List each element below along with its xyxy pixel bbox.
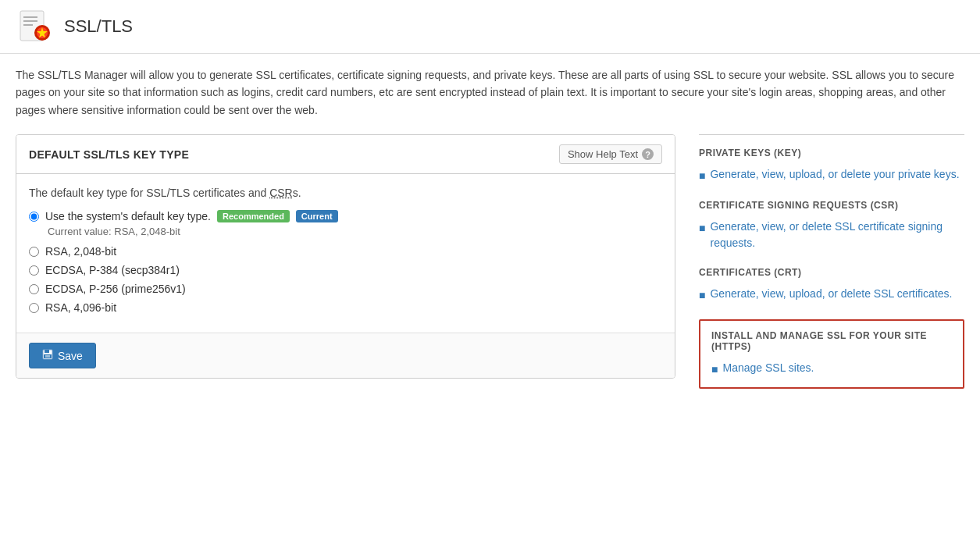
key-type-description: The default key type for SSL/TLS certifi… (29, 187, 662, 199)
radio-rsa-2048[interactable] (29, 247, 39, 257)
save-button[interactable]: Save (29, 343, 96, 368)
label-rsa-2048[interactable]: RSA, 2,048-bit (45, 245, 116, 258)
badge-current: Current (296, 210, 338, 222)
page-description: The SSL/TLS Manager will allow you to ge… (16, 66, 964, 119)
link-private-keys[interactable]: ■ Generate, view, upload, or delete your… (699, 166, 964, 184)
sidebar-section-csr: CERTIFICATE SIGNING REQUESTS (CSR) ■ Gen… (699, 200, 964, 251)
option-ecdsa-256: ECDSA, P-256 (prime256v1) (29, 283, 662, 295)
right-sidebar: PRIVATE KEYS (KEY) ■ Generate, view, upl… (699, 134, 964, 389)
content-area: The SSL/TLS Manager will allow you to ge… (0, 66, 980, 404)
document-icon-install-manage: ■ (711, 361, 718, 378)
card-footer: Save (16, 333, 675, 378)
document-icon-csr: ■ (699, 220, 705, 237)
section-title-private-keys: PRIVATE KEYS (KEY) (699, 148, 964, 158)
sidebar-section-certificates: CERTIFICATES (CRT) ■ Generate, view, upl… (699, 267, 964, 304)
save-label: Save (58, 350, 83, 362)
radio-system-default[interactable] (29, 212, 39, 222)
card-header: DEFAULT SSL/TLS KEY TYPE Show Help Text … (16, 135, 675, 174)
ssl-key-type-card: DEFAULT SSL/TLS KEY TYPE Show Help Text … (16, 134, 675, 379)
link-text-install-manage: Manage SSL sites. (722, 360, 814, 376)
question-circle-icon: ? (642, 148, 654, 160)
label-system-default[interactable]: Use the system's default key type. (45, 210, 211, 222)
csr-abbr: CSR (269, 187, 293, 199)
svg-rect-9 (45, 350, 49, 353)
document-icon-certificates: ■ (699, 287, 705, 304)
current-value-text: Current value: RSA, 2,048-bit (48, 226, 662, 237)
ssl-tls-icon (16, 8, 53, 45)
radio-ecdsa-384[interactable] (29, 265, 39, 276)
option-rsa-2048: RSA, 2,048-bit (29, 245, 662, 258)
badge-recommended: Recommended (217, 210, 290, 222)
option-system-default: Use the system's default key type. Recom… (29, 210, 662, 222)
option-rsa-4096: RSA, 4,096-bit (29, 301, 662, 314)
radio-ecdsa-256[interactable] (29, 284, 39, 294)
show-help-label: Show Help Text (568, 148, 638, 160)
link-install-manage[interactable]: ■ Manage SSL sites. (711, 360, 952, 378)
label-rsa-4096[interactable]: RSA, 4,096-bit (45, 301, 116, 314)
card-title: DEFAULT SSL/TLS KEY TYPE (29, 148, 189, 161)
floppy-disk-icon (42, 349, 53, 362)
sidebar-section-install-manage: INSTALL AND MANAGE SSL FOR YOUR SITE (HT… (699, 319, 964, 389)
sidebar-divider (699, 134, 964, 135)
link-certificates[interactable]: ■ Generate, view, upload, or delete SSL … (699, 286, 964, 304)
option-ecdsa-384: ECDSA, P-384 (secp384r1) (29, 264, 662, 276)
link-text-private-keys: Generate, view, upload, or delete your p… (710, 166, 959, 183)
section-title-install-manage: INSTALL AND MANAGE SSL FOR YOUR SITE (HT… (711, 330, 952, 352)
page-title: SSL/TLS (64, 16, 133, 37)
link-csr[interactable]: ■ Generate, view, or delete SSL certific… (699, 219, 964, 251)
svg-rect-11 (45, 355, 50, 358)
left-panel: DEFAULT SSL/TLS KEY TYPE Show Help Text … (16, 134, 675, 379)
main-layout: DEFAULT SSL/TLS KEY TYPE Show Help Text … (16, 134, 964, 389)
link-text-certificates: Generate, view, upload, or delete SSL ce… (710, 286, 952, 302)
sidebar-section-private-keys: PRIVATE KEYS (KEY) ■ Generate, view, upl… (699, 148, 964, 184)
label-ecdsa-384[interactable]: ECDSA, P-384 (secp384r1) (45, 264, 180, 276)
document-icon-private-keys: ■ (699, 168, 705, 184)
link-text-csr: Generate, view, or delete SSL certificat… (710, 219, 964, 251)
card-body: The default key type for SSL/TLS certifi… (16, 174, 675, 333)
label-ecdsa-256[interactable]: ECDSA, P-256 (prime256v1) (45, 283, 186, 295)
show-help-button[interactable]: Show Help Text ? (559, 144, 662, 164)
radio-rsa-4096[interactable] (29, 303, 39, 313)
section-title-certificates: CERTIFICATES (CRT) (699, 267, 964, 278)
section-title-csr: CERTIFICATE SIGNING REQUESTS (CSR) (699, 200, 964, 211)
page-header: SSL/TLS (0, 0, 980, 54)
